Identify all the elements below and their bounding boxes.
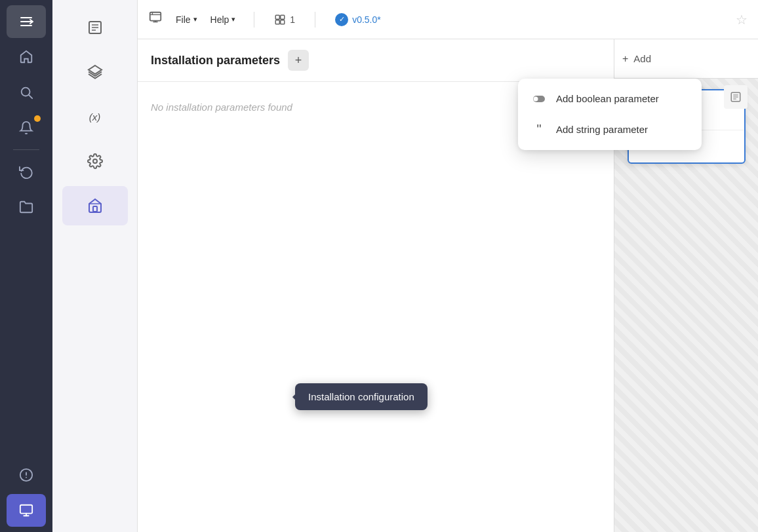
svg-rect-25 (276, 20, 280, 24)
right-panel-icon (724, 85, 748, 109)
svg-rect-26 (281, 20, 285, 24)
sec-item-document[interactable] (62, 8, 128, 47)
svg-point-32 (534, 96, 538, 101)
sec-item-store[interactable] (62, 186, 128, 225)
version-check-icon: ✓ (335, 13, 348, 26)
sidebar-item-monitor[interactable] (7, 494, 46, 527)
sec-item-layers[interactable] (62, 52, 128, 92)
sidebar-item-alert[interactable] (7, 459, 46, 491)
help-menu[interactable]: Help ▾ (205, 12, 241, 28)
sidebar-item-history[interactable] (7, 155, 46, 188)
dropdown-menu: Add boolean parameter " Add string param… (518, 79, 702, 150)
topbar-divider-2 (315, 12, 315, 28)
add-string-parameter[interactable]: " Add string parameter (518, 113, 702, 145)
svg-line-4 (29, 95, 32, 98)
favorite-button[interactable]: ☆ (736, 12, 748, 28)
add-boolean-parameter[interactable]: Add boolean parameter (518, 84, 702, 113)
add-parameter-button[interactable]: + (288, 50, 309, 71)
version-badge[interactable]: ✓ v0.5.0* (329, 10, 388, 29)
sidebar-item-home[interactable] (7, 41, 46, 73)
sidebar-item-menu[interactable] (7, 5, 46, 38)
workspace-badge[interactable]: 1 (268, 11, 302, 28)
panel-title: Installation parameters (151, 54, 280, 67)
add-col-header: + Add (614, 39, 758, 79)
sec-item-formula[interactable]: (x) (62, 97, 128, 136)
sidebar-item-bell[interactable] (7, 111, 46, 144)
string-icon: " (531, 123, 547, 136)
sidebar-secondary: (x) (52, 0, 138, 532)
installation-config-tooltip: Installation configuration (295, 383, 428, 410)
sidebar-divider (13, 149, 39, 150)
topbar-menu: File ▾ Help ▾ (170, 12, 241, 28)
svg-rect-18 (150, 12, 161, 21)
svg-rect-23 (276, 15, 280, 19)
panel-header: Installation parameters + (138, 39, 614, 82)
svg-rect-17 (93, 206, 97, 212)
svg-point-16 (93, 159, 97, 163)
content-area: Installation parameters + No installatio… (138, 39, 758, 532)
window-icon[interactable] (148, 10, 163, 28)
sidebar-item-search[interactable] (7, 76, 46, 109)
boolean-icon (531, 95, 547, 103)
sidebar-narrow (0, 0, 52, 532)
sidebar-item-folder[interactable] (7, 191, 46, 223)
topbar-divider-1 (254, 12, 254, 28)
add-icon: + (622, 53, 628, 65)
notification-badge (34, 115, 41, 122)
main-area: File ▾ Help ▾ 1 ✓ v0.5.0* ☆ (138, 0, 758, 532)
add-col-label: Add (633, 53, 651, 64)
sec-item-gear[interactable] (62, 142, 128, 181)
svg-rect-8 (20, 505, 32, 514)
file-menu[interactable]: File ▾ (170, 12, 203, 28)
svg-rect-24 (281, 15, 285, 19)
topbar: File ▾ Help ▾ 1 ✓ v0.5.0* ☆ (138, 0, 758, 39)
